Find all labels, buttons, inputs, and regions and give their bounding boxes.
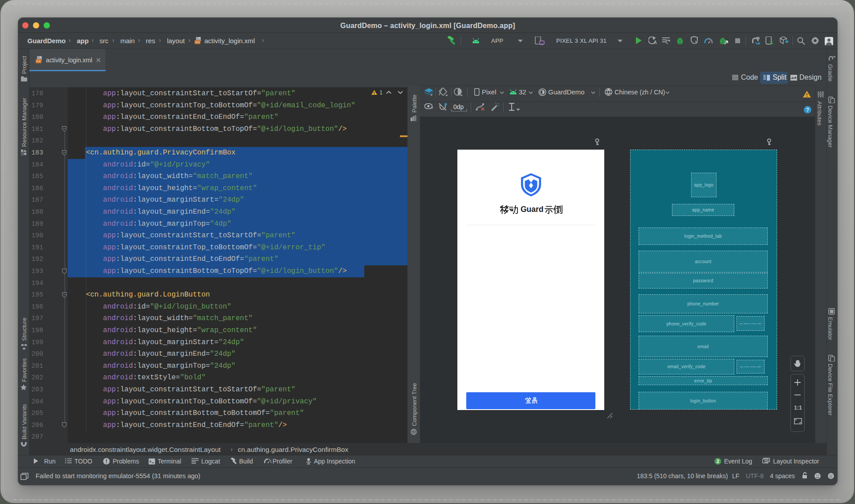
svg-text:<>: <> [195,40,200,44]
svg-text:A: A [654,40,657,45]
svg-text:?: ? [806,107,809,113]
svg-text:<>: <> [37,59,41,63]
svg-text:2: 2 [717,459,719,464]
